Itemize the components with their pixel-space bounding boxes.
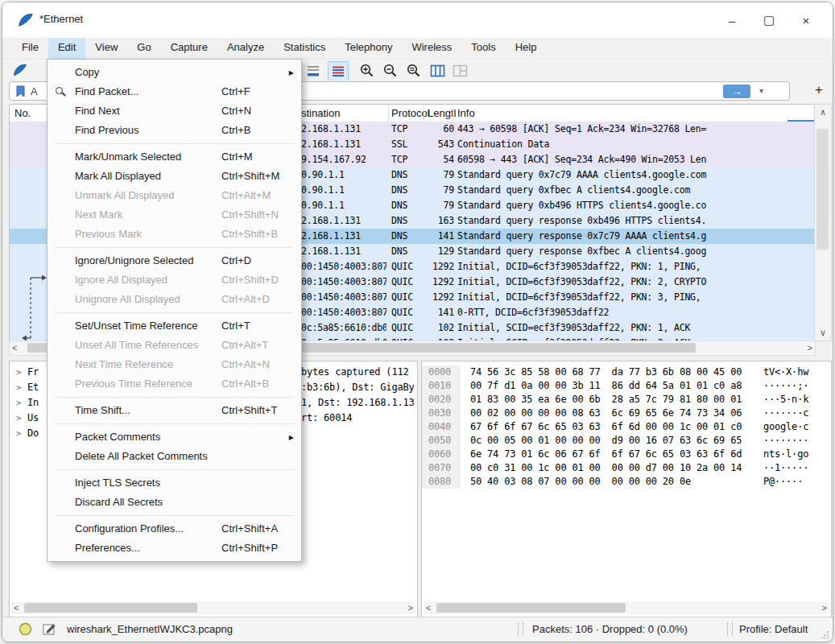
column-destination[interactable]: stination (301, 107, 340, 119)
column-divider[interactable] (388, 105, 389, 122)
column-divider[interactable] (453, 105, 453, 122)
hscroll-thumb[interactable] (436, 603, 626, 613)
hex-row[interactable]: 00606e 74 73 01 6c 06 67 6f 6f 67 6c 65 … (422, 448, 831, 461)
menubar-item-capture[interactable]: Capture (161, 38, 217, 59)
window-title: *Ethernet (39, 13, 83, 25)
hex-row[interactable]: 002001 83 00 35 ea 6e 00 6b 28 a5 7c 79 … (422, 393, 831, 407)
wireshark-fin-icon[interactable] (12, 62, 28, 78)
apply-filter-button[interactable]: → (723, 85, 750, 98)
expand-chevron-icon[interactable]: > (16, 411, 21, 426)
cell-length: 102 (415, 320, 454, 336)
detail-hscrollbar[interactable]: < > (11, 601, 415, 614)
menu-item-discard-all-secrets[interactable]: Discard All Secrets (48, 493, 301, 512)
zoom-reset-icon[interactable] (403, 61, 423, 80)
scroll-up-icon[interactable]: ∧ (815, 107, 831, 118)
menubar-item-go[interactable]: Go (127, 38, 160, 59)
packet-list-vscrollbar[interactable]: ∧ ∨ (814, 104, 832, 341)
menubar-item-analyze[interactable]: Analyze (217, 38, 274, 59)
menubar-item-file[interactable]: File (12, 38, 48, 59)
menu-item-preferences[interactable]: Preferences...Ctrl+Shift+P (48, 539, 301, 558)
zoom-in-icon[interactable] (357, 61, 376, 80)
filter-placeholder-text: A (31, 85, 38, 97)
scroll-left-icon[interactable]: < (14, 603, 19, 613)
menu-item-label: Configuration Profiles... (75, 519, 184, 539)
menubar-item-statistics[interactable]: Statistics (274, 38, 335, 59)
menubar-item-help[interactable]: Help (506, 38, 547, 59)
table-layout-icon[interactable] (450, 61, 469, 80)
capture-filename[interactable]: wireshark_EthernetIWJKC3.pcapng (67, 623, 233, 635)
menu-item-inject-tls-secrets[interactable]: Inject TLS Secrets (48, 473, 301, 493)
menu-item-mark-all-displayed[interactable]: Mark All DisplayedCtrl+Shift+M (48, 167, 301, 186)
vscroll-thumb[interactable] (816, 129, 829, 250)
column-divider[interactable] (424, 105, 424, 122)
hex-row[interactable]: 003000 02 00 00 00 00 08 63 6c 69 65 6e … (422, 407, 831, 420)
maximize-button[interactable]: ▢ (750, 2, 787, 38)
minimize-button[interactable]: – (713, 2, 750, 38)
expand-chevron-icon[interactable]: > (16, 380, 21, 395)
resize-grip[interactable] (821, 630, 829, 638)
expand-chevron-icon[interactable]: > (16, 426, 21, 441)
menu-item-configuration-profiles[interactable]: Configuration Profiles...Ctrl+Shift+A (48, 519, 301, 539)
menu-item-shortcut: Ctrl+M (221, 147, 253, 167)
hex-bytes: 74 56 3c 85 58 00 68 77 da 77 b3 6b 08 0… (470, 365, 742, 379)
cell-info: Standard query 0xfbec A clients4.google.… (457, 183, 813, 198)
menu-separator (55, 143, 294, 144)
scroll-left-icon[interactable]: < (426, 603, 431, 613)
menu-separator (55, 469, 294, 470)
go-to-bottom-icon[interactable] (304, 61, 323, 80)
profile-status[interactable]: Profile: Default (739, 623, 808, 635)
menu-item-next-time-reference: Next Time ReferenceCtrl+Alt+N (48, 355, 301, 374)
menu-item-find-next[interactable]: Find NextCtrl+N (48, 101, 301, 121)
expand-chevron-icon[interactable]: > (16, 365, 21, 380)
menu-item-mark-unmark-selected[interactable]: Mark/Unmark SelectedCtrl+M (48, 147, 301, 167)
menubar: FileEditViewGoCaptureAnalyzeStatisticsTe… (12, 38, 546, 59)
menu-item-unmark-all-displayed: Unmark All DisplayedCtrl+Alt+M (48, 186, 301, 205)
menu-item-label: Find Next (75, 101, 120, 121)
menu-item-label: Mark/Unmark Selected (75, 147, 181, 167)
scroll-right-icon[interactable]: > (408, 603, 413, 613)
menu-item-label: Preferences... (75, 539, 140, 558)
cell-length: 163 (415, 213, 454, 229)
menubar-item-view[interactable]: View (85, 38, 127, 59)
menu-item-delete-all-packet-comments[interactable]: Delete All Packet Comments (48, 447, 301, 466)
hex-row[interactable]: 001000 7f d1 0a 00 00 3b 11 86 dd 64 5a … (422, 379, 831, 393)
hex-row[interactable]: 004067 6f 6f 67 6c 65 03 63 6f 6d 00 00 … (422, 420, 831, 434)
close-button[interactable]: × (787, 2, 825, 38)
hscroll-thumb[interactable] (24, 603, 197, 613)
add-filter-button-plus-icon[interactable]: + (812, 82, 826, 98)
filter-bookmark-icon[interactable] (15, 85, 26, 97)
expert-info-icon[interactable] (19, 622, 32, 636)
scroll-down-icon[interactable]: ∨ (815, 328, 831, 338)
menu-item-find-previous[interactable]: Find PreviousCtrl+B (48, 121, 301, 140)
menu-item-ignore-unignore-selected[interactable]: Ignore/Unignore SelectedCtrl+D (48, 251, 301, 270)
menu-item-copy[interactable]: Copy▶ (48, 63, 301, 82)
capture-comment-icon[interactable] (43, 622, 56, 636)
cell-destination: 9.154.167.92 (301, 152, 386, 167)
menu-item-packet-comments[interactable]: Packet Comments▶ (48, 427, 301, 447)
zoom-out-icon[interactable] (380, 61, 399, 80)
menu-item-time-shift[interactable]: Time Shift...Ctrl+Shift+T (48, 401, 301, 420)
hex-row[interactable]: 00500c 00 05 00 01 00 00 00 d9 00 16 07 … (422, 434, 831, 448)
menubar-item-edit[interactable]: Edit (48, 38, 85, 59)
menu-item-label: Delete All Packet Comments (75, 447, 208, 466)
menubar-item-tools[interactable]: Tools (461, 38, 505, 59)
menubar-item-telephony[interactable]: Telephony (335, 38, 402, 59)
scroll-left-icon[interactable]: < (12, 343, 17, 353)
scroll-right-icon[interactable]: > (822, 603, 827, 613)
column-no[interactable]: No. (14, 107, 31, 119)
scroll-right-icon[interactable]: > (808, 343, 812, 353)
cell-destination: 00:1450:4003:807:… (301, 259, 386, 275)
hex-row[interactable]: 007000 c0 31 00 1c 00 01 00 00 00 d7 00 … (422, 461, 831, 475)
hex-hscrollbar[interactable]: < > (424, 601, 829, 614)
menu-item-set-unset-time-reference[interactable]: Set/Unset Time ReferenceCtrl+T (48, 316, 301, 336)
column-info[interactable]: Info (457, 107, 475, 119)
resize-columns-icon[interactable] (428, 61, 447, 80)
colorize-packets-icon[interactable] (328, 61, 349, 81)
filter-dropdown-caret[interactable]: ▾ (759, 86, 763, 95)
menubar-item-wireless[interactable]: Wireless (402, 38, 461, 59)
statusbar-divider (727, 621, 728, 636)
hex-row[interactable]: 000074 56 3c 85 58 00 68 77 da 77 b3 6b … (422, 365, 831, 379)
expand-chevron-icon[interactable]: > (16, 395, 21, 411)
menu-item-find-packet[interactable]: Find Packet...Ctrl+F (48, 82, 301, 101)
hex-row[interactable]: 008050 40 03 08 07 00 00 00 00 00 00 20 … (422, 475, 831, 489)
